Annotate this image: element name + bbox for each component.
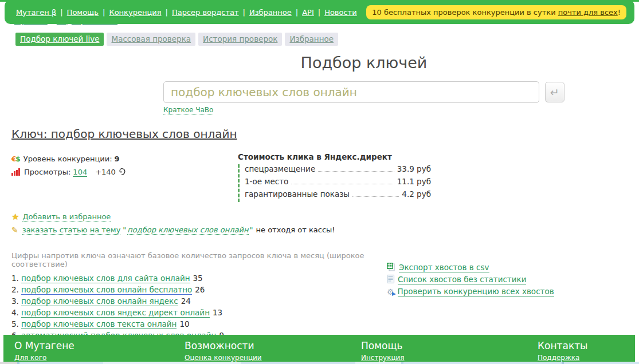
tail-item: 4.подбор ключевых слов яндекс директ онл…: [11, 307, 387, 318]
export-csv-link[interactable]: Экспорт хвостов в csv: [399, 263, 489, 272]
nav-separator: |: [318, 8, 320, 17]
add-favorite-row: ★ Добавить в избранное: [11, 210, 639, 223]
tail-link[interactable]: подбор ключевых слов текста онлайн: [21, 319, 177, 329]
dotted-leader: [352, 196, 399, 197]
tail-count: 10: [179, 319, 189, 329]
views-delta: +140: [95, 168, 116, 176]
keyword-search-input[interactable]: [163, 81, 539, 103]
tab-check-history[interactable]: История проверок: [198, 33, 282, 46]
tail-count: 24: [181, 296, 191, 306]
quote-close: ": [250, 225, 253, 234]
footer-title-about: О Мутагене: [14, 340, 185, 351]
bottom-edge-strip: [0, 362, 639, 364]
promo-text: 10 бесплатных проверок конкуренции в сут…: [372, 8, 555, 17]
order-article-row: ✎ заказать статью на тему "подбор ключев…: [11, 223, 639, 236]
gear-icon: ⚙: [387, 288, 394, 296]
bar-chart-icon: [11, 168, 20, 176]
wordstat-spiral-icon[interactable]: [117, 167, 126, 177]
star-icon[interactable]: ★: [11, 212, 19, 222]
views-row: Просмотры: 104 +140: [11, 165, 238, 179]
nav-link-competition[interactable]: Конкуренция: [109, 8, 161, 17]
tail-link[interactable]: подбор ключевых слов для сайта онлайн: [21, 274, 190, 283]
tails-note: Цифры напротив ключа означают базовое ко…: [11, 251, 387, 268]
search-submit-button[interactable]: ↵: [545, 82, 564, 102]
footer-link-competition-check[interactable]: Оценка конкуренции: [185, 354, 262, 362]
tail-count: 35: [193, 274, 203, 283]
competition-row: €$ Уровень конкуренции: 9: [11, 152, 238, 165]
nav-link-api[interactable]: API: [302, 8, 314, 17]
order-article-link[interactable]: заказать статью на тему: [22, 225, 121, 235]
quote-open: ": [123, 225, 126, 234]
nav-separator: |: [103, 8, 105, 17]
tail-item: 5.подбор ключевых слов текста онлайн10: [11, 318, 387, 330]
nav-separator: |: [243, 8, 245, 17]
check-competition-row: ⚙ Проверить конкуренцию всех хвостов: [387, 286, 554, 298]
promo-link[interactable]: почти для всех: [558, 8, 618, 17]
tail-link[interactable]: подбор ключевых слов онлайн бесплатно: [21, 285, 192, 295]
footer-title-contacts: Контакты: [538, 340, 635, 351]
enter-icon: ↵: [550, 86, 559, 98]
faq-link[interactable]: Краткое ЧаВо: [163, 106, 213, 114]
tail-link[interactable]: подбор ключевых слов яндекс директ онлай…: [21, 308, 210, 318]
cost-row-guaranteed: гарантированные показы4.2 руб: [245, 189, 431, 202]
currency-icon: €$: [11, 155, 20, 163]
tails-list-row: Список хвостов без статистики: [387, 274, 554, 286]
promo-badge: 10 бесплатных проверок конкуренции в сут…: [366, 5, 626, 19]
check-all-tails-link[interactable]: Проверить конкуренцию всех хвостов: [398, 287, 554, 296]
nav-link-favorites[interactable]: Избранное: [249, 8, 292, 17]
key-section: Ключ: подбор ключевых слов онлайн €$ Уро…: [11, 127, 639, 202]
views-count-link[interactable]: 104: [73, 168, 87, 177]
add-favorite-link[interactable]: Добавить в избранное: [22, 212, 111, 221]
site-footer: О Мутагене Для кого Возможности Оценка к…: [3, 335, 635, 362]
order-article-phrase: подбор ключевых слов онлайн: [127, 225, 248, 235]
nav-separator: |: [60, 8, 62, 17]
search-row: ↵: [163, 81, 564, 103]
nav-link-mutagen[interactable]: Мутаген β: [16, 8, 56, 17]
key-heading: Ключ: подбор ключевых слов онлайн: [11, 127, 639, 141]
tail-link[interactable]: подбор ключевых слов онлайн яндекс: [21, 296, 178, 306]
footer-col-about: О Мутагене Для кого: [14, 340, 185, 362]
footer-col-help: Помощь Инструкция: [361, 340, 538, 362]
dotted-leader: [318, 171, 394, 172]
click-cost-title: Стоимость клика в Яндекс.директ: [238, 152, 431, 161]
actions-block: ★ Добавить в избранное ✎ заказать статью…: [11, 210, 639, 236]
nav-separator: |: [296, 8, 298, 17]
tail-count: 26: [195, 285, 205, 294]
tail-item: 2.подбор ключевых слов онлайн бесплатно2…: [11, 284, 387, 295]
promo-suffix: !: [618, 8, 621, 17]
tail-item: 1.подбор ключевых слов для сайта онлайн3…: [11, 272, 387, 284]
tail-item: 3.подбор ключевых слов онлайн яндекс24: [11, 295, 387, 307]
nav-link-news[interactable]: Новости: [324, 8, 357, 17]
tab-key-picker-live[interactable]: Подбор ключей live: [15, 33, 104, 46]
views-label: Просмотры:: [24, 168, 70, 176]
nav-link-help[interactable]: Помощь: [67, 8, 99, 17]
footer-link-for-whom[interactable]: Для кого: [14, 354, 46, 362]
order-article-rest: не отходя от кассы!: [256, 225, 335, 234]
key-stats: €$ Уровень конкуренции: 9 Просмотры: 104…: [11, 152, 238, 202]
footer-link-support[interactable]: Поддержка: [538, 354, 579, 362]
main-nav: Мутаген β | Помощь | Конкуренция | Парсе…: [16, 8, 357, 17]
tab-mass-check[interactable]: Массовая проверка: [107, 33, 195, 46]
click-cost-rows: спецразмещение33.9 руб 1-ое место11.1 ру…: [238, 164, 431, 202]
csv-file-icon: [387, 263, 395, 273]
cost-row-special: спецразмещение33.9 руб: [245, 164, 431, 177]
footer-title-help: Помощь: [361, 340, 538, 351]
search-section: Подбор ключей ↵ Краткое ЧаВо: [163, 54, 564, 114]
document-list-icon: [387, 275, 394, 285]
tab-favorites[interactable]: Избранное: [285, 33, 338, 46]
dotted-leader: [291, 184, 394, 184]
site-header: Мутаген β | Помощь | Конкуренция | Парсе…: [5, 0, 634, 24]
cost-row-first-place: 1-ое место11.1 руб: [245, 177, 431, 189]
footer-col-features: Возможности Оценка конкуренции: [185, 340, 361, 362]
tabs-bar: Подбор ключей live Массовая проверка Ист…: [15, 33, 639, 46]
competition-value: 9: [115, 155, 120, 163]
pencil-icon: ✎: [11, 225, 18, 235]
nav-separator: |: [166, 8, 168, 17]
tail-count: 13: [213, 308, 222, 317]
tails-no-stats-link[interactable]: Список хвостов без статистики: [398, 275, 526, 284]
page-title: Подбор ключей: [163, 54, 564, 72]
nav-link-wordstat-parser[interactable]: Парсер вордстат: [172, 8, 239, 17]
footer-col-contacts: Контакты Поддержка: [538, 340, 635, 362]
footer-link-instruction[interactable]: Инструкция: [361, 354, 405, 362]
competition-label: Уровень конкуренции:: [23, 155, 112, 163]
